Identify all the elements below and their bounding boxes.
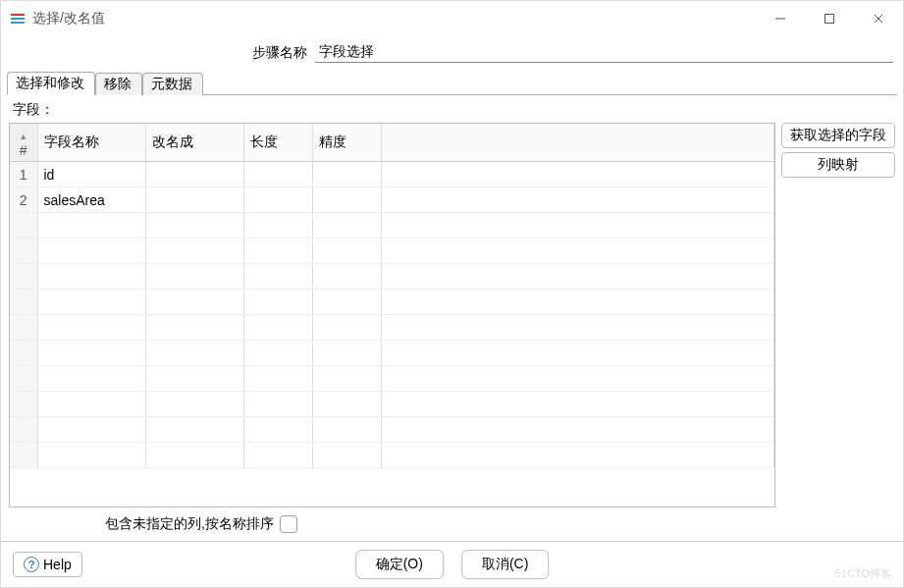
column-mapping-button[interactable]: 列映射 [781, 152, 895, 178]
col-header-precision[interactable]: 精度 [312, 124, 381, 162]
table-row[interactable]: 1 id [10, 162, 774, 187]
tab-select-modify[interactable]: 选择和修改 [7, 72, 95, 95]
window-controls [756, 1, 903, 36]
tab-content: 字段： ▲ # 字段名称 改名成 长度 精度 [7, 94, 897, 541]
cell-rownum: 1 [10, 162, 37, 187]
table-row[interactable] [10, 290, 774, 315]
col-header-rownum[interactable]: ▲ # [10, 124, 37, 162]
svg-rect-1 [11, 18, 25, 20]
table-row[interactable] [10, 239, 774, 264]
table-row[interactable] [10, 443, 774, 468]
table-row[interactable] [10, 392, 774, 417]
dialog-footer: ? Help 确定(O) 取消(C) 51CTO博客 [1, 541, 903, 587]
watermark: 51CTO博客 [835, 566, 891, 581]
cell-precision[interactable] [312, 187, 381, 213]
cell-length[interactable] [243, 162, 312, 187]
window-title: 选择/改名值 [32, 10, 105, 27]
get-fields-button[interactable]: 获取选择的字段 [781, 123, 895, 148]
table-row[interactable] [10, 315, 774, 341]
tab-remove[interactable]: 移除 [95, 73, 142, 95]
cell-fieldname[interactable]: id [37, 162, 145, 187]
col-header-rest [381, 124, 774, 162]
help-icon: ? [24, 557, 39, 572]
maximize-button[interactable] [805, 1, 854, 36]
table-row[interactable] [10, 366, 774, 392]
footer-center-buttons: 确定(O) 取消(C) [355, 550, 550, 579]
table-row[interactable] [10, 213, 774, 239]
ok-button[interactable]: 确定(O) [355, 550, 444, 579]
step-name-input[interactable] [315, 42, 893, 63]
side-buttons: 获取选择的字段 列映射 [781, 123, 895, 508]
cell-fieldname[interactable]: salesArea [37, 187, 145, 213]
app-icon [9, 10, 27, 27]
cancel-button[interactable]: 取消(C) [461, 550, 549, 579]
sort-caret-icon: ▲ [19, 133, 27, 141]
cell-rownum: 2 [10, 187, 37, 213]
cell-precision[interactable] [312, 162, 381, 187]
fields-label: 字段： [7, 99, 897, 123]
col-header-length[interactable]: 长度 [243, 124, 312, 162]
table-row[interactable]: 2 salesArea [10, 187, 774, 213]
include-unspecified-row: 包含未指定的列,按名称排序 [7, 508, 897, 541]
svg-rect-0 [11, 14, 25, 16]
close-button[interactable] [854, 1, 903, 36]
svg-rect-4 [825, 15, 834, 24]
main-area: ▲ # 字段名称 改名成 长度 精度 1 i [7, 123, 897, 508]
table-row[interactable] [10, 264, 774, 290]
col-header-fieldname[interactable]: 字段名称 [37, 124, 145, 162]
include-unspecified-label: 包含未指定的列,按名称排序 [105, 515, 274, 533]
col-header-rename[interactable]: 改名成 [145, 124, 243, 162]
cell-rename[interactable] [145, 187, 243, 213]
minimize-button[interactable] [756, 1, 805, 36]
tab-metadata[interactable]: 元数据 [142, 73, 203, 95]
step-name-row: 步骤名称 [1, 36, 903, 71]
help-button[interactable]: ? Help [13, 552, 82, 577]
include-unspecified-checkbox[interactable] [280, 515, 297, 533]
cell-length[interactable] [243, 187, 312, 213]
table-header-row: ▲ # 字段名称 改名成 长度 精度 [10, 124, 774, 162]
table-row[interactable] [10, 417, 774, 443]
table-row[interactable] [10, 341, 774, 366]
cell-rest [381, 187, 774, 213]
cell-rename[interactable] [145, 162, 243, 187]
dialog-window: 选择/改名值 步骤名称 选择和修改 移除 元数据 字段： [0, 0, 904, 588]
fields-table[interactable]: ▲ # 字段名称 改名成 长度 精度 1 i [9, 123, 775, 508]
cell-rest [381, 162, 774, 187]
title-bar: 选择/改名值 [1, 1, 903, 36]
step-name-label: 步骤名称 [11, 44, 315, 62]
tabs: 选择和修改 移除 元数据 [1, 71, 903, 94]
svg-rect-2 [11, 22, 25, 24]
